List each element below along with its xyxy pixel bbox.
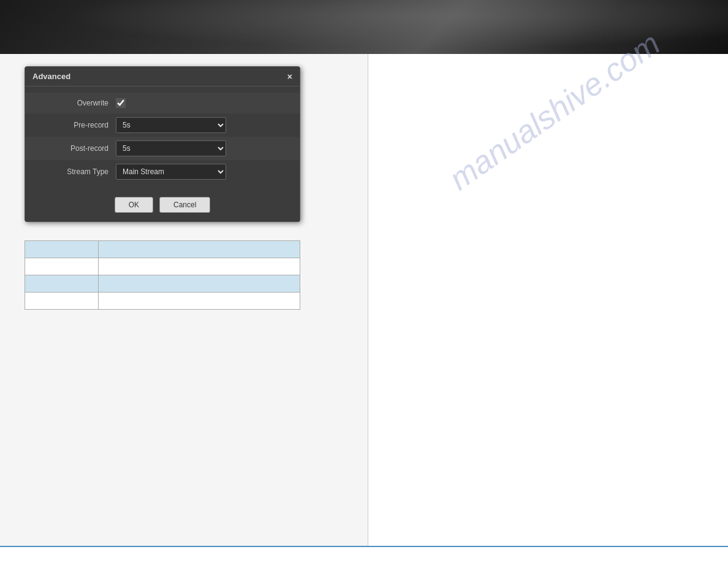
right-panel: manualshive.com bbox=[368, 54, 728, 546]
table-row bbox=[25, 293, 300, 310]
cancel-button[interactable]: Cancel bbox=[159, 197, 210, 213]
dialog-body: Overwrite Pre-record 5s 10s 15s 30s bbox=[25, 86, 300, 190]
table-row bbox=[25, 258, 300, 275]
dialog-close-button[interactable]: × bbox=[287, 72, 292, 81]
overwrite-label: Overwrite bbox=[35, 99, 108, 107]
table-cell bbox=[25, 293, 99, 310]
pre-record-label: Pre-record bbox=[35, 121, 108, 129]
overwrite-control[interactable] bbox=[116, 98, 290, 108]
post-record-control[interactable]: 5s 10s 15s 30s bbox=[116, 140, 290, 156]
table-cell bbox=[98, 275, 300, 293]
overwrite-checkbox[interactable] bbox=[116, 98, 126, 108]
overwrite-row: Overwrite bbox=[25, 93, 300, 113]
pre-record-select[interactable]: 5s 10s 15s 30s bbox=[116, 117, 226, 133]
header-bar bbox=[0, 0, 728, 54]
post-record-label: Post-record bbox=[35, 144, 108, 153]
table-cell bbox=[25, 258, 99, 275]
table-cell bbox=[98, 293, 300, 310]
table-cell bbox=[25, 241, 99, 258]
table-cell bbox=[25, 275, 99, 293]
pre-record-row: Pre-record 5s 10s 15s 30s bbox=[25, 113, 300, 137]
main-content: Advanced × Overwrite Pre-record 5s bbox=[0, 54, 728, 546]
stream-type-row: Stream Type Main Stream Sub Stream bbox=[25, 160, 300, 183]
post-record-row: Post-record 5s 10s 15s 30s bbox=[25, 137, 300, 160]
data-table bbox=[25, 240, 300, 310]
stream-type-label: Stream Type bbox=[35, 167, 108, 176]
dialog-footer: OK Cancel bbox=[25, 190, 300, 221]
stream-type-control[interactable]: Main Stream Sub Stream bbox=[116, 164, 290, 180]
pre-record-control[interactable]: 5s 10s 15s 30s bbox=[116, 117, 290, 133]
table-row bbox=[25, 275, 300, 293]
stream-type-select[interactable]: Main Stream Sub Stream bbox=[116, 164, 226, 180]
table-row bbox=[25, 241, 300, 258]
table-cell bbox=[98, 258, 300, 275]
advanced-dialog: Advanced × Overwrite Pre-record 5s bbox=[25, 66, 300, 222]
table-cell bbox=[98, 241, 300, 258]
left-panel: Advanced × Overwrite Pre-record 5s bbox=[0, 54, 368, 546]
dialog-header: Advanced × bbox=[25, 67, 300, 86]
ok-button[interactable]: OK bbox=[115, 197, 153, 213]
dialog-title: Advanced bbox=[32, 72, 70, 81]
post-record-select[interactable]: 5s 10s 15s 30s bbox=[116, 140, 226, 156]
footer-bar bbox=[0, 546, 728, 563]
